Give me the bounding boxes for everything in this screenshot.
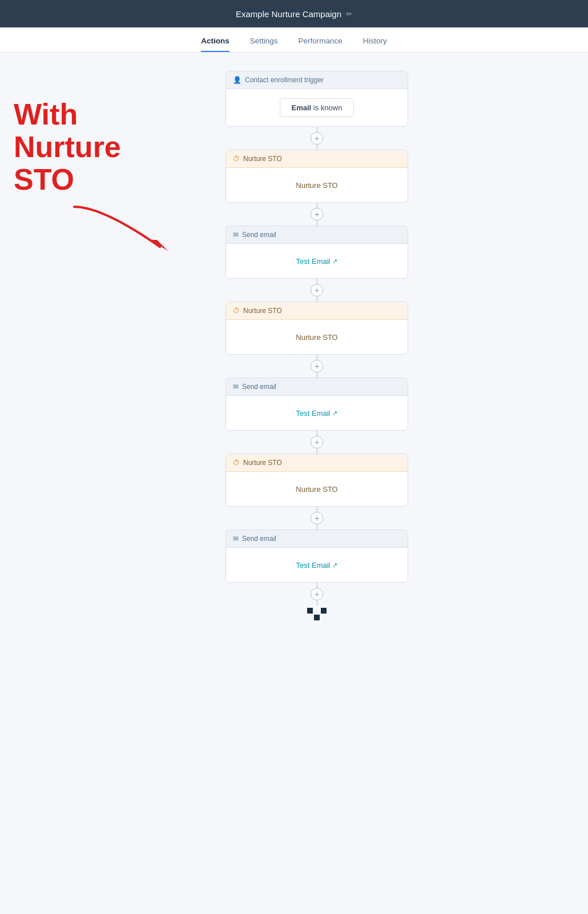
connector-line (317, 583, 317, 588)
email-icon-2: ✉ (233, 383, 239, 391)
connector-2: + (311, 279, 323, 302)
connector-line (317, 372, 317, 378)
trigger-card-header: 👤 Contact enrollment trigger (226, 71, 408, 89)
external-link-icon-2: ↗ (332, 410, 337, 417)
email-card-body-3: Test Email ↗ (226, 548, 408, 582)
sto-card-3: ⏱ Nurture STO Nurture STO (225, 454, 408, 507)
sto-card-body-2: Nurture STO (226, 320, 408, 354)
connector-line (317, 448, 317, 454)
app-header: Example Nurture Campaign ✏ (0, 0, 588, 27)
connector-end: + (311, 583, 323, 606)
external-link-icon-1: ↗ (332, 258, 337, 265)
email-card-3: ✉ Send email Test Email ↗ (225, 530, 408, 583)
connector-line (317, 355, 317, 360)
email-card-body-1: Test Email ↗ (226, 244, 408, 278)
add-step-button-5[interactable]: + (311, 512, 323, 524)
sto-card-header-1: ⏱ Nurture STO (226, 150, 408, 168)
connector-line (317, 203, 317, 208)
tab-settings[interactable]: Settings (250, 37, 278, 52)
sto-header-label-1: Nurture STO (243, 155, 282, 163)
end-dot (321, 615, 327, 620)
sto-header-label-2: Nurture STO (243, 307, 282, 315)
add-step-button-1[interactable]: + (311, 208, 323, 221)
sto-card-1: ⏱ Nurture STO Nurture STO (225, 150, 408, 203)
email-card-header-2: ✉ Send email (226, 378, 408, 396)
add-step-button-4[interactable]: + (311, 436, 323, 448)
annotation-label: With Nurture STO (14, 98, 121, 197)
sto-body-text-3: Nurture STO (296, 485, 337, 494)
connector-line (317, 600, 317, 606)
add-step-button-end[interactable]: + (311, 588, 323, 600)
test-email-link-3[interactable]: Test Email ↗ (296, 561, 338, 570)
sto-card-header-2: ⏱ Nurture STO (226, 302, 408, 320)
tab-history[interactable]: History (363, 37, 387, 52)
test-email-link-2[interactable]: Test Email ↗ (296, 409, 338, 418)
end-dot (321, 608, 327, 614)
email-icon-1: ✉ (233, 231, 239, 239)
connector-3: + (311, 355, 323, 378)
connector-5: + (311, 507, 323, 530)
email-card-1: ✉ Send email Test Email ↗ (225, 226, 408, 279)
edit-icon[interactable]: ✏ (346, 10, 352, 18)
end-dot (307, 608, 313, 614)
connector-line (317, 127, 317, 132)
sto-card-header-3: ⏱ Nurture STO (226, 454, 408, 472)
connector-line (317, 221, 317, 226)
trigger-header-label: Contact enrollment trigger (245, 76, 324, 84)
contact-icon: 👤 (233, 76, 241, 84)
email-header-label-3: Send email (242, 535, 276, 543)
tab-actions[interactable]: Actions (201, 37, 229, 52)
email-header-label-2: Send email (242, 383, 276, 391)
workflow-column: 👤 Contact enrollment trigger Email is kn… (220, 71, 414, 620)
add-step-button-0[interactable]: + (311, 132, 323, 145)
sto-card-body-1: Nurture STO (226, 168, 408, 202)
condition-text: is known (311, 103, 342, 112)
tab-performance[interactable]: Performance (298, 37, 342, 52)
connector-4: + (311, 431, 323, 454)
sto-card-2: ⏱ Nurture STO Nurture STO (225, 302, 408, 355)
connector-line (317, 507, 317, 512)
sto-card-body-3: Nurture STO (226, 472, 408, 506)
sto-body-text-1: Nurture STO (296, 181, 337, 190)
campaign-title: Example Nurture Campaign (236, 9, 341, 19)
add-step-button-2[interactable]: + (311, 284, 323, 296)
test-email-link-1[interactable]: Test Email ↗ (296, 257, 338, 266)
email-card-header-1: ✉ Send email (226, 226, 408, 244)
connector-1: + (311, 203, 323, 226)
connector-line (317, 145, 317, 150)
connector-line (317, 431, 317, 436)
email-header-label-1: Send email (242, 231, 276, 239)
end-dot (307, 615, 313, 620)
add-step-button-3[interactable]: + (311, 360, 323, 372)
svg-marker-0 (151, 240, 168, 251)
sto-header-label-3: Nurture STO (243, 459, 282, 467)
main-content: With Nurture STO 👤 Contact enrollment tr… (0, 53, 588, 909)
email-card-2: ✉ Send email Test Email ↗ (225, 378, 408, 431)
sto-icon-2: ⏱ (233, 307, 240, 315)
connector-line (317, 279, 317, 284)
email-card-body-2: Test Email ↗ (226, 396, 408, 430)
workflow-end-icon (307, 608, 327, 620)
email-icon-3: ✉ (233, 535, 239, 543)
end-dot (314, 608, 320, 614)
trigger-card: 👤 Contact enrollment trigger Email is kn… (225, 71, 408, 127)
email-card-header-3: ✉ Send email (226, 530, 408, 548)
end-dot (314, 615, 320, 620)
sto-body-text-2: Nurture STO (296, 333, 337, 342)
sto-icon-3: ⏱ (233, 459, 240, 467)
nav-tabs: Actions Settings Performance History (0, 27, 588, 53)
connector-line (317, 524, 317, 530)
trigger-condition: Email is known (280, 98, 355, 117)
sto-icon-1: ⏱ (233, 155, 240, 163)
trigger-card-body: Email is known (226, 89, 408, 126)
connector-0: + (311, 127, 323, 150)
condition-bold: Email (292, 103, 312, 112)
annotation-arrow (69, 201, 183, 260)
connector-line (317, 296, 317, 302)
external-link-icon-3: ↗ (332, 562, 337, 569)
